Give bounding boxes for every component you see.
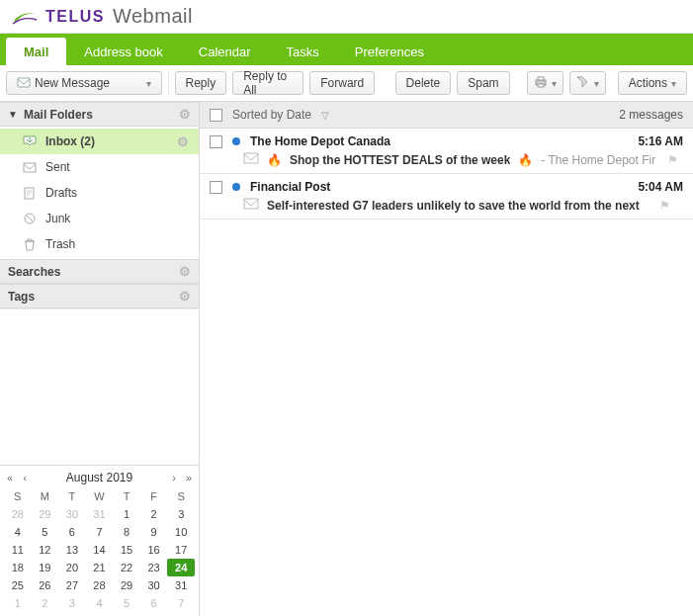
cal-day[interactable]: 11 — [4, 541, 32, 559]
gear-icon[interactable]: ⚙ — [177, 134, 189, 149]
cal-day[interactable]: 1 — [113, 505, 140, 523]
product-name: Webmail — [113, 5, 193, 28]
new-message-button[interactable]: New Message ▾ — [6, 71, 162, 95]
message-row[interactable]: The Home Depot Canada5:16 AM🔥 Shop the H… — [200, 129, 693, 174]
cal-day[interactable]: 18 — [4, 559, 32, 576]
folder-list: Inbox (2)⚙Sent⚙Drafts⚙Junk⚙Trash⚙ — [0, 127, 199, 259]
reply-button[interactable]: Reply — [175, 71, 227, 95]
cal-day[interactable]: 30 — [140, 576, 168, 594]
cal-day[interactable]: 24 — [167, 559, 195, 576]
cal-day[interactable]: 2 — [32, 594, 59, 612]
spam-button[interactable]: Spam — [457, 71, 509, 95]
folder-label: Drafts — [45, 186, 77, 200]
cal-day[interactable]: 5 — [32, 523, 59, 541]
cal-day[interactable]: 9 — [140, 523, 168, 541]
cal-day[interactable]: 4 — [4, 523, 32, 541]
cal-day[interactable]: 27 — [58, 576, 86, 594]
select-all-checkbox[interactable] — [210, 109, 222, 122]
cal-day[interactable]: 2 — [140, 505, 168, 523]
cal-day[interactable]: 10 — [167, 523, 195, 541]
cal-day[interactable]: 30 — [58, 505, 86, 523]
tab-tasks[interactable]: Tasks — [269, 38, 337, 65]
searches-header[interactable]: Searches ⚙ — [0, 259, 199, 284]
cal-day[interactable]: 5 — [113, 594, 140, 612]
cal-day[interactable]: 28 — [86, 576, 114, 594]
tags-header[interactable]: Tags ⚙ — [0, 284, 199, 308]
cal-dow: S — [167, 487, 195, 505]
print-button[interactable]: ▾ — [527, 71, 563, 95]
cal-day[interactable]: 6 — [58, 523, 86, 541]
gear-icon[interactable]: ⚙ — [179, 107, 191, 122]
envelope-icon — [243, 152, 259, 167]
cal-day[interactable]: 15 — [113, 541, 140, 559]
flag-icon[interactable]: ⚑ — [667, 153, 678, 167]
folder-item-drafts[interactable]: Drafts⚙ — [0, 180, 199, 206]
caret-down-icon: ▾ — [594, 78, 599, 89]
folder-item-junk[interactable]: Junk⚙ — [0, 206, 199, 231]
cal-day[interactable]: 29 — [32, 505, 59, 523]
reply-all-label: Reply to All — [243, 69, 293, 97]
cal-grid: SMTWTFS 28293031123456789101112131415161… — [4, 487, 195, 612]
mail-folders-header[interactable]: ▼ Mail Folders ⚙ — [0, 102, 199, 127]
cal-day[interactable]: 29 — [113, 576, 140, 594]
tab-address-book[interactable]: Address book — [66, 38, 181, 65]
gear-icon[interactable]: ⚙ — [179, 264, 191, 279]
tab-mail[interactable]: Mail — [6, 38, 66, 65]
cal-day[interactable]: 8 — [113, 523, 140, 541]
cal-day[interactable]: 13 — [58, 541, 86, 559]
cal-day[interactable]: 19 — [32, 559, 59, 576]
unread-dot-icon — [232, 183, 240, 191]
triangle-down-icon: ▼ — [8, 109, 18, 120]
cal-day[interactable]: 1 — [4, 594, 32, 612]
message-checkbox[interactable] — [210, 135, 222, 148]
flag-icon[interactable]: ⚑ — [659, 199, 670, 213]
forward-button[interactable]: Forward — [309, 71, 375, 95]
cal-day[interactable]: 31 — [167, 576, 195, 594]
cal-day[interactable]: 4 — [86, 594, 114, 612]
cal-day[interactable]: 23 — [140, 559, 168, 576]
cal-next-month[interactable]: › — [169, 472, 179, 484]
message-row[interactable]: Financial Post5:04 AMSelf-interested G7 … — [200, 174, 693, 220]
cal-day[interactable]: 22 — [113, 559, 140, 576]
tag-button[interactable]: ▾ — [569, 71, 606, 95]
cal-day[interactable]: 28 — [4, 505, 32, 523]
cal-prev-month[interactable]: ‹ — [20, 472, 30, 484]
tags-label: Tags — [8, 290, 35, 304]
cal-day[interactable]: 7 — [86, 523, 114, 541]
message-time: 5:16 AM — [638, 134, 683, 148]
mail-pane: Sorted by Date ▽ 2 messages The Home Dep… — [200, 102, 693, 616]
cal-day[interactable]: 25 — [4, 576, 32, 594]
folder-item-sent[interactable]: Sent⚙ — [0, 154, 199, 180]
sort-label[interactable]: Sorted by Date — [232, 108, 311, 122]
cal-day[interactable]: 16 — [140, 541, 168, 559]
envelope-icon — [243, 198, 259, 213]
cal-day[interactable]: 7 — [167, 594, 195, 612]
tab-preferences[interactable]: Preferences — [337, 38, 442, 65]
message-snippet: - The Home Depot Fir — [541, 153, 655, 167]
cal-day[interactable]: 17 — [167, 541, 195, 559]
tab-calendar[interactable]: Calendar — [181, 38, 269, 65]
cal-day[interactable]: 3 — [58, 594, 86, 612]
actions-button[interactable]: Actions▾ — [618, 71, 687, 95]
cal-day[interactable]: 26 — [32, 576, 59, 594]
message-subject: Self-interested G7 leaders unlikely to s… — [267, 199, 640, 213]
cal-day[interactable]: 12 — [32, 541, 59, 559]
cal-day[interactable]: 3 — [167, 505, 195, 523]
folder-item-trash[interactable]: Trash⚙ — [0, 231, 199, 257]
cal-day[interactable]: 20 — [58, 559, 86, 576]
reply-all-button[interactable]: Reply to All — [232, 71, 303, 95]
delete-button[interactable]: Delete — [395, 71, 452, 95]
nav-tabs: Mail Address book Calendar Tasks Prefere… — [0, 34, 693, 65]
cal-day[interactable]: 31 — [86, 505, 114, 523]
cal-prev-year[interactable]: « — [4, 472, 16, 484]
folder-item-inbox-[interactable]: Inbox (2)⚙ — [0, 129, 199, 154]
list-header: Sorted by Date ▽ 2 messages — [200, 102, 693, 129]
cal-day[interactable]: 21 — [86, 559, 114, 576]
cal-day[interactable]: 6 — [140, 594, 168, 612]
mini-calendar: « ‹ August 2019 › » SMTWTFS 282930311234… — [0, 465, 199, 616]
gear-icon[interactable]: ⚙ — [179, 289, 191, 304]
cal-next-year[interactable]: » — [183, 472, 195, 484]
message-subject: Shop the HOTTEST DEALS of the week — [290, 153, 510, 167]
cal-day[interactable]: 14 — [86, 541, 114, 559]
message-checkbox[interactable] — [210, 181, 222, 194]
